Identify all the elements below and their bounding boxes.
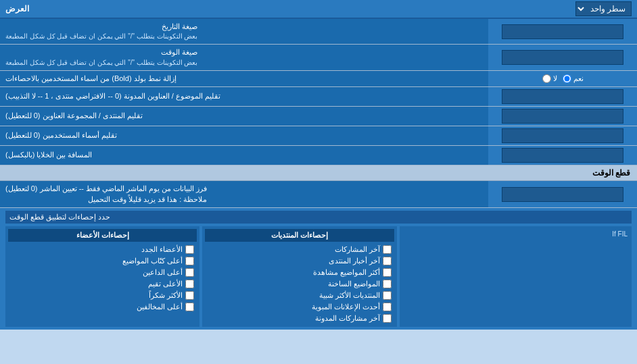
- forum-group-input[interactable]: 33: [502, 109, 623, 124]
- member-stat-label-2: أعلى كتّاب المواضيع: [122, 257, 183, 265]
- stat-item-2: آخر أخبار المنتدى: [205, 255, 394, 267]
- bold-remove-row: نعم لا إزالة نمط بولد (Bold) من اسماء ال…: [0, 71, 637, 87]
- user-names-label: تقليم أسماء المستخدمين (0 للتعطيل): [0, 126, 488, 145]
- time-cut-input-container: 0: [488, 181, 637, 207]
- time-format-row: H:i صيغة الوقت بعض التكوينات يتطلب "/" ا…: [0, 45, 637, 70]
- date-format-input[interactable]: d-m: [502, 24, 623, 39]
- stat-label-2: آخر أخبار المنتدى: [329, 257, 380, 265]
- time-cut-row: 0 فرز البيانات من يوم الماشر الماضي فقط …: [0, 181, 637, 208]
- cell-spacing-row: 2 المسافة بين الخلايا (بالبكسل): [0, 146, 637, 165]
- stat-item-7: آخر مشاركات المدونة: [205, 313, 394, 324]
- header-row: سطر واحد سطرين ثلاثة أسطر العرض: [0, 0, 637, 19]
- forum-titles-row: 33 تقليم الموضوع / العناوين المدونة (0 -…: [0, 87, 637, 107]
- radio-yes-label[interactable]: نعم: [563, 74, 584, 83]
- member-stat-checkbox-3[interactable]: [185, 268, 194, 277]
- cell-spacing-input[interactable]: 2: [502, 148, 623, 163]
- members-stats-col: إحصاءات الأعضاء الأعضاء الجدد أعلى كتّاب…: [5, 226, 199, 327]
- member-stat-label-5: الأكثر شكراً: [149, 291, 183, 300]
- member-stat-item-6: أعلى المخالفين: [8, 301, 197, 313]
- forum-group-row: 33 تقليم المنتدى / المجموعة العناوين (0 …: [0, 107, 637, 126]
- member-stat-checkbox-4[interactable]: [185, 280, 194, 288]
- stat-label-7: آخر مشاركات المدونة: [315, 314, 380, 323]
- bold-remove-label: إزالة نمط بولد (Bold) من اسماء المستخدمي…: [0, 71, 488, 86]
- header-label: العرض: [5, 4, 29, 14]
- radio-yes[interactable]: [563, 74, 571, 83]
- stat-label-6: أحدث الإعلانات المبوية: [312, 303, 380, 311]
- time-cut-section-header: قطع الوقت: [0, 165, 637, 181]
- member-stat-checkbox-6[interactable]: [185, 303, 194, 311]
- stat-checkbox-1[interactable]: [383, 245, 392, 254]
- forum-titles-input[interactable]: 33: [502, 89, 623, 104]
- forums-stats-col: إحصاءات المنتديات آخر المشاركات آخر أخبا…: [202, 226, 396, 327]
- stat-checkbox-6[interactable]: [383, 303, 392, 311]
- radio-no-text: لا: [553, 74, 557, 83]
- radio-no[interactable]: [542, 74, 551, 83]
- forum-titles-label: تقليم الموضوع / العناوين المدونة (0 -- ا…: [0, 87, 488, 106]
- stat-label-5: المنتديات الأكثر شبية: [319, 291, 380, 300]
- stats-section: حدد إحصاءات لتطبيق قطع الوقت If FIL إحصا…: [0, 208, 637, 330]
- if-fil-label: If FIL: [402, 229, 629, 239]
- main-container: سطر واحد سطرين ثلاثة أسطر العرض d-m صيغة…: [0, 0, 637, 330]
- date-format-row: d-m صيغة التاريخ بعض التكوينات يتطلب "/"…: [0, 19, 637, 45]
- member-stat-item-3: أعلى الداعين: [8, 267, 197, 278]
- stat-item-5: المنتديات الأكثر شبية: [205, 290, 394, 301]
- time-format-input[interactable]: H:i: [502, 50, 623, 65]
- user-names-row: 0 تقليم أسماء المستخدمين (0 للتعطيل): [0, 126, 637, 146]
- member-stat-label-3: أعلى الداعين: [143, 268, 183, 277]
- forum-titles-input-container: 33: [488, 87, 637, 106]
- member-stat-checkbox-5[interactable]: [185, 291, 194, 300]
- time-format-input-container: H:i: [488, 45, 637, 70]
- time-cut-label: فرز البيانات من يوم الماشر الماضي فقط --…: [0, 181, 488, 207]
- display-select[interactable]: سطر واحد سطرين ثلاثة أسطر: [575, 1, 632, 16]
- stats-left-col: If FIL: [400, 226, 632, 327]
- member-stat-label-1: الأعضاء الجدد: [141, 245, 183, 254]
- stat-label-1: آخر المشاركات: [335, 245, 380, 254]
- member-stat-item-2: أعلى كتّاب المواضيع: [8, 255, 197, 267]
- stat-checkbox-3[interactable]: [383, 268, 392, 277]
- user-names-input[interactable]: 0: [502, 128, 623, 143]
- user-names-input-container: 0: [488, 126, 637, 145]
- forums-stats-header: إحصاءات المنتديات: [205, 229, 394, 242]
- members-stats-header: إحصاءات الأعضاء: [8, 229, 197, 242]
- stat-checkbox-2[interactable]: [383, 257, 392, 265]
- stat-item-3: أكثر المواضيع مشاهدة: [205, 267, 394, 278]
- forum-group-label: تقليم المنتدى / المجموعة العناوين (0 للت…: [0, 107, 488, 126]
- stat-label-4: المواضيع الساخنة: [328, 280, 380, 288]
- stat-label-3: أكثر المواضيع مشاهدة: [313, 268, 380, 277]
- member-stat-item-5: الأكثر شكراً: [8, 290, 197, 301]
- cell-spacing-input-container: 2: [488, 146, 637, 165]
- stat-checkbox-7[interactable]: [383, 314, 392, 323]
- forum-group-input-container: 33: [488, 107, 637, 126]
- stat-item-4: المواضيع الساخنة: [205, 278, 394, 290]
- stat-item-1: آخر المشاركات: [205, 244, 394, 255]
- stats-columns: If FIL إحصاءات المنتديات آخر المشاركات آ…: [5, 226, 632, 327]
- member-stat-item-1: الأعضاء الجدد: [8, 244, 197, 255]
- cell-spacing-label: المسافة بين الخلايا (بالبكسل): [0, 146, 488, 165]
- stat-checkbox-5[interactable]: [383, 291, 392, 300]
- radio-no-label[interactable]: لا: [542, 74, 557, 83]
- time-format-label: صيغة الوقت بعض التكوينات يتطلب "/" التي …: [0, 45, 488, 70]
- member-stat-label-6: أعلى المخالفين: [137, 303, 183, 311]
- radio-yes-text: نعم: [573, 74, 584, 83]
- stats-apply-label: حدد إحصاءات لتطبيق قطع الوقت: [5, 211, 632, 224]
- stat-checkbox-4[interactable]: [383, 280, 392, 288]
- time-cut-input[interactable]: 0: [502, 187, 623, 202]
- display-select-container[interactable]: سطر واحد سطرين ثلاثة أسطر: [575, 1, 632, 16]
- member-stat-item-4: الأعلى تقيم: [8, 278, 197, 290]
- date-format-label: صيغة التاريخ بعض التكوينات يتطلب "/" الت…: [0, 19, 488, 44]
- bold-remove-radio-container: نعم لا: [488, 71, 637, 86]
- date-format-input-container: d-m: [488, 19, 637, 44]
- member-stat-checkbox-1[interactable]: [185, 245, 194, 254]
- member-stat-checkbox-2[interactable]: [185, 257, 194, 265]
- member-stat-label-4: الأعلى تقيم: [148, 280, 183, 288]
- stat-item-6: أحدث الإعلانات المبوية: [205, 301, 394, 313]
